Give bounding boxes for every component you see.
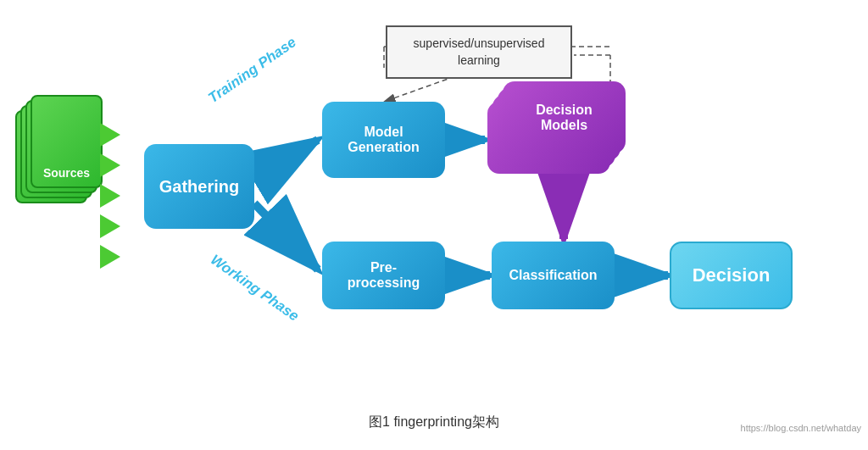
supervised-line1: supervised/unsupervised: [414, 36, 545, 50]
decision-box: Decision: [670, 242, 793, 309]
green-arrow-3: [100, 184, 120, 208]
green-arrow-5: [100, 245, 120, 269]
diagram-container: Sources supervised/unsupervised learning…: [0, 0, 868, 407]
classification-box: Classification: [492, 242, 615, 309]
decision-model-card-4: DecisionModels: [503, 81, 626, 153]
green-arrow-4: [100, 214, 120, 238]
green-arrow-2: [100, 153, 120, 177]
training-phase-label: Training Phase: [205, 34, 299, 107]
gathering-label: Gathering: [159, 177, 239, 197]
watermark-text: https://blog.csdn.net/whatday: [741, 423, 861, 433]
sources-label: Sources: [43, 166, 90, 180]
model-generation-box: ModelGeneration: [322, 102, 445, 178]
decision-models-label: DecisionModels: [536, 103, 593, 133]
green-arrow-1: [100, 123, 120, 147]
working-phase-label: Working Phase: [207, 252, 302, 325]
gathering-box: Gathering: [144, 144, 254, 229]
preprocessing-box: Pre-processing: [322, 242, 445, 309]
green-arrows: [100, 123, 120, 269]
source-card-4: Sources: [31, 95, 103, 188]
caption: 图1 fingerprinting架构 https://blog.csdn.ne…: [0, 407, 868, 435]
supervised-box: supervised/unsupervised learning: [386, 25, 572, 79]
caption-text: 图1 fingerprinting架构: [369, 414, 499, 429]
supervised-line2: learning: [458, 53, 500, 67]
decision-label: Decision: [693, 264, 771, 286]
classification-label: Classification: [509, 268, 597, 283]
model-generation-label: ModelGeneration: [348, 125, 419, 155]
preprocessing-label: Pre-processing: [348, 260, 420, 291]
